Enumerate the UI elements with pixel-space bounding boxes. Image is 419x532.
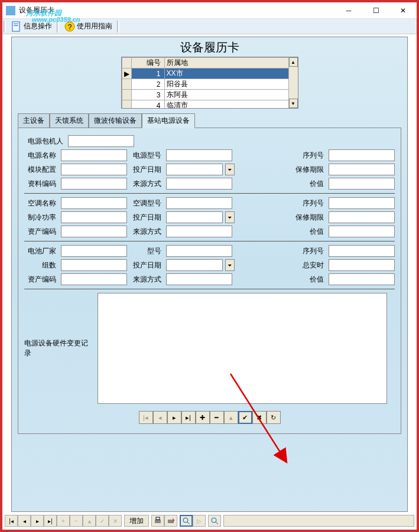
date-dropdown-icon[interactable]: ⏷ [225,259,235,271]
label-ac-value: 价值 [292,227,326,237]
title-bar: 设备履历卡 ─ ☐ ✕ [2,2,417,19]
bb-edit-button[interactable]: ▴ [83,515,96,527]
minimize-button[interactable]: ─ [335,2,362,19]
input-batt-vendor[interactable] [61,245,127,257]
date-dropdown-icon[interactable]: ⏷ [225,164,235,175]
input-ac-warranty[interactable] [329,211,395,223]
input-power-owner[interactable] [68,135,134,147]
svg-rect-6 [155,520,161,523]
input-batt-source[interactable] [166,273,232,285]
textarea-changelog[interactable] [98,293,387,404]
input-power-serial[interactable] [329,149,395,161]
input-power-source[interactable] [166,178,232,190]
bb-first-button[interactable]: |◂ [5,515,18,527]
menu-info-ops[interactable]: 信息操作 [7,19,56,34]
tab-main-device[interactable]: 主设备 [18,113,50,128]
grid-scrollbar[interactable]: ▲ ▼ [288,57,298,108]
input-power-warranty[interactable] [329,164,395,175]
close-button[interactable]: ✕ [389,2,417,19]
nav-prev-button[interactable]: ◂ [153,411,167,424]
label-batt-ah: 总安时 [292,260,326,270]
bb-print-button[interactable] [151,515,164,527]
label-ac-name: 空调名称 [24,198,59,208]
svg-rect-0 [12,22,20,31]
label-ac-serial: 序列号 [292,198,326,208]
svg-point-9 [183,518,188,523]
nav-last-button[interactable]: ▸| [181,411,196,424]
nav-post-button[interactable]: ✔ [238,411,252,424]
nav-edit-button[interactable]: ▴ [224,411,238,424]
location-grid[interactable]: 编号 所属地 ▶ 1 XX市 2 阳谷县 3 东阿县 [121,57,298,109]
bb-post-button[interactable]: ✓ [96,515,109,527]
table-row[interactable]: ▶ 1 XX市 [122,68,297,79]
label-ac-asset: 资产编码 [24,227,59,237]
record-navigator: |◂ ◂ ▸ ▸| ✚ ━ ▴ ✔ ✖ ↻ [24,411,395,424]
tab-antenna-system[interactable]: 天馈系统 [50,113,89,128]
grid-header-id[interactable]: 编号 [131,58,164,68]
input-batt-asset[interactable] [61,273,127,285]
label-power-name: 电源名称 [24,151,59,161]
input-power-value[interactable] [329,178,395,190]
label-batt-source: 来源方式 [129,275,164,285]
table-row[interactable]: 2 阳谷县 [122,79,297,90]
nav-delete-button[interactable]: ━ [210,411,224,424]
input-power-date[interactable] [166,164,223,175]
bb-last-button[interactable]: ▸| [44,515,57,527]
table-row[interactable]: 3 东阿县 [122,90,297,100]
input-batt-value[interactable] [329,273,395,285]
nav-cancel-button[interactable]: ✖ [252,411,267,424]
bb-cancel-button[interactable]: ✕ [109,515,122,527]
label-power-value: 价值 [292,179,326,189]
input-power-asset[interactable] [61,178,127,190]
label-batt-groups: 组数 [24,260,59,270]
nav-first-button[interactable]: |◂ [139,411,153,424]
input-batt-date[interactable] [166,259,223,271]
input-ac-date[interactable] [166,211,223,223]
bb-add-label-button[interactable]: 增加 [124,515,149,527]
bb-prev-button[interactable]: ◂ [18,515,31,527]
label-power-owner: 电源包机人 [24,136,66,146]
input-batt-ah[interactable] [329,259,395,271]
row-indicator: ▶ [122,68,131,79]
input-ac-source[interactable] [166,226,232,237]
bb-export-button[interactable] [164,515,177,527]
label-ac-power: 制冷功率 [24,213,59,223]
input-ac-asset[interactable] [61,226,127,237]
scroll-down-icon[interactable]: ▼ [289,99,298,108]
input-batt-serial[interactable] [329,245,395,257]
input-batt-model[interactable] [166,245,232,257]
label-power-source: 来源方式 [129,179,164,189]
tab-body: 电源包机人 电源名称 电源型号 序列号 模块配置 投产日期 ⏷ 保修期限 [18,128,401,434]
bb-zoom-button[interactable] [180,515,193,527]
nav-add-button[interactable]: ✚ [196,411,210,424]
input-module-config[interactable] [61,164,127,175]
input-power-model[interactable] [166,149,232,161]
bb-play-button[interactable]: ▷ [193,515,206,527]
input-batt-groups[interactable] [61,259,127,271]
search-icon [210,517,219,525]
bb-next-button[interactable]: ▸ [31,515,44,527]
input-power-name[interactable] [61,149,127,161]
bb-add-button[interactable]: + [57,515,70,527]
tab-power-equipment[interactable]: 基站电源设备 [142,113,195,128]
input-ac-power[interactable] [61,211,127,223]
tab-microwave-transmission[interactable]: 微波传输设备 [89,113,142,128]
input-ac-model[interactable] [166,197,232,209]
label-batt-date: 投产日期 [129,260,164,270]
menu-help-guide[interactable]: ? 使用用指南 [60,19,116,34]
input-ac-name[interactable] [61,197,127,209]
label-module-config: 模块配置 [24,165,59,175]
table-row[interactable]: 4 临清市 [122,100,297,109]
bb-search-button[interactable] [208,515,221,527]
input-ac-value[interactable] [329,226,395,237]
date-dropdown-icon[interactable]: ⏷ [225,211,235,223]
maximize-button[interactable]: ☐ [362,2,389,19]
scroll-up-icon[interactable]: ▲ [289,57,298,67]
app-icon [6,6,15,15]
nav-refresh-button[interactable]: ↻ [267,411,281,424]
input-ac-serial[interactable] [329,197,395,209]
grid-header-loc[interactable]: 所属地 [164,58,297,68]
nav-next-button[interactable]: ▸ [167,411,181,424]
svg-rect-7 [156,517,160,520]
bb-delete-button[interactable]: − [70,515,83,527]
